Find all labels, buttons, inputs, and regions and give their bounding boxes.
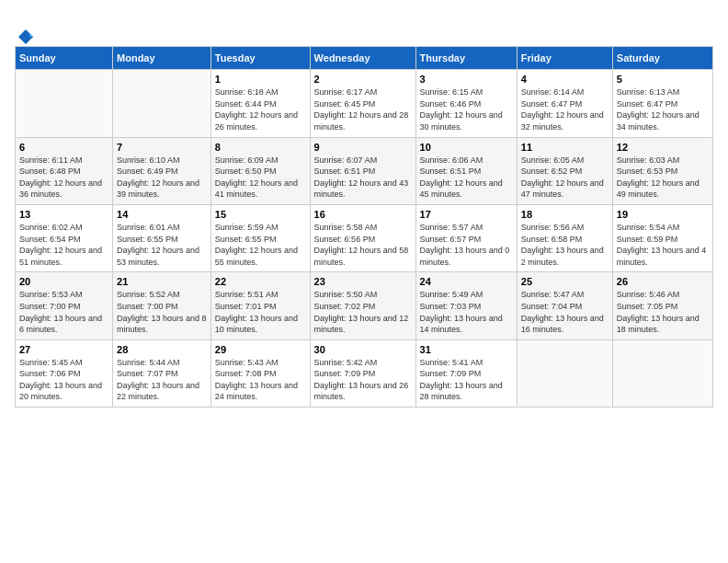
- calendar-cell: 13Sunrise: 6:02 AMSunset: 6:54 PMDayligh…: [16, 204, 113, 271]
- day-info: Sunrise: 6:10 AMSunset: 6:49 PMDaylight:…: [117, 155, 207, 201]
- day-number: 21: [117, 276, 207, 287]
- day-info: Sunrise: 5:45 AMSunset: 7:06 PMDaylight:…: [19, 357, 108, 403]
- day-info: Sunrise: 5:59 AMSunset: 6:55 PMDaylight:…: [215, 222, 306, 268]
- day-info: Sunrise: 6:03 AMSunset: 6:53 PMDaylight:…: [617, 155, 709, 201]
- day-info: Sunrise: 6:13 AMSunset: 6:47 PMDaylight:…: [617, 86, 709, 132]
- day-info: Sunrise: 5:47 AMSunset: 7:04 PMDaylight:…: [521, 289, 609, 335]
- day-number: 27: [19, 344, 108, 355]
- day-info: Sunrise: 5:41 AMSunset: 7:09 PMDaylight:…: [420, 357, 513, 403]
- day-info: Sunrise: 6:15 AMSunset: 6:46 PMDaylight:…: [420, 86, 513, 132]
- day-number: 6: [19, 142, 108, 153]
- day-number: 13: [19, 209, 108, 220]
- day-info: Sunrise: 5:44 AMSunset: 7:07 PMDaylight:…: [117, 357, 207, 403]
- calendar-cell: 11Sunrise: 6:05 AMSunset: 6:52 PMDayligh…: [517, 137, 612, 204]
- day-number: 3: [420, 74, 513, 85]
- day-number: 5: [617, 74, 709, 85]
- day-number: 7: [117, 142, 207, 153]
- calendar-cell: [612, 339, 712, 407]
- page-header: [15, 22, 713, 46]
- weekday-header-tuesday: Tuesday: [210, 47, 310, 70]
- calendar-cell: 30Sunrise: 5:42 AMSunset: 7:09 PMDayligh…: [310, 339, 415, 407]
- day-info: Sunrise: 6:05 AMSunset: 6:52 PMDaylight:…: [521, 155, 609, 201]
- day-number: 9: [314, 142, 412, 153]
- day-info: Sunrise: 5:50 AMSunset: 7:02 PMDaylight:…: [314, 289, 412, 335]
- calendar-cell: 31Sunrise: 5:41 AMSunset: 7:09 PMDayligh…: [415, 339, 517, 407]
- day-number: 11: [521, 142, 609, 153]
- calendar-week-row: 27Sunrise: 5:45 AMSunset: 7:06 PMDayligh…: [16, 339, 713, 407]
- weekday-header-monday: Monday: [113, 47, 211, 70]
- calendar-cell: 14Sunrise: 6:01 AMSunset: 6:55 PMDayligh…: [113, 204, 211, 271]
- calendar-cell: 2Sunrise: 6:17 AMSunset: 6:45 PMDaylight…: [310, 70, 415, 137]
- day-number: 2: [314, 74, 412, 85]
- logo: [15, 26, 35, 46]
- day-number: 23: [314, 276, 412, 287]
- day-number: 17: [420, 209, 513, 220]
- calendar-cell: 6Sunrise: 6:11 AMSunset: 6:48 PMDaylight…: [16, 137, 113, 204]
- day-number: 1: [215, 74, 306, 85]
- calendar-cell: 4Sunrise: 6:14 AMSunset: 6:47 PMDaylight…: [517, 70, 612, 137]
- weekday-header-friday: Friday: [517, 47, 612, 70]
- day-number: 31: [420, 344, 513, 355]
- day-number: 30: [314, 344, 412, 355]
- day-info: Sunrise: 6:02 AMSunset: 6:54 PMDaylight:…: [19, 222, 108, 268]
- calendar-cell: 15Sunrise: 5:59 AMSunset: 6:55 PMDayligh…: [210, 204, 310, 271]
- calendar-cell: 17Sunrise: 5:57 AMSunset: 6:57 PMDayligh…: [415, 204, 517, 271]
- day-info: Sunrise: 5:51 AMSunset: 7:01 PMDaylight:…: [215, 289, 306, 335]
- calendar-cell: 7Sunrise: 6:10 AMSunset: 6:49 PMDaylight…: [113, 137, 211, 204]
- calendar-cell: 16Sunrise: 5:58 AMSunset: 6:56 PMDayligh…: [310, 204, 415, 271]
- calendar-cell: 19Sunrise: 5:54 AMSunset: 6:59 PMDayligh…: [612, 204, 712, 271]
- day-info: Sunrise: 6:11 AMSunset: 6:48 PMDaylight:…: [19, 155, 108, 201]
- day-number: 19: [617, 209, 709, 220]
- day-number: 15: [215, 209, 306, 220]
- calendar-cell: 28Sunrise: 5:44 AMSunset: 7:07 PMDayligh…: [113, 339, 211, 407]
- calendar-cell: 9Sunrise: 6:07 AMSunset: 6:51 PMDaylight…: [310, 137, 415, 204]
- day-number: 4: [521, 74, 609, 85]
- calendar-cell: 5Sunrise: 6:13 AMSunset: 6:47 PMDaylight…: [612, 70, 712, 137]
- calendar-cell: 10Sunrise: 6:06 AMSunset: 6:51 PMDayligh…: [415, 137, 517, 204]
- calendar-cell: 8Sunrise: 6:09 AMSunset: 6:50 PMDaylight…: [210, 137, 310, 204]
- calendar-cell: 27Sunrise: 5:45 AMSunset: 7:06 PMDayligh…: [16, 339, 113, 407]
- day-info: Sunrise: 6:17 AMSunset: 6:45 PMDaylight:…: [314, 86, 412, 132]
- calendar-cell: 22Sunrise: 5:51 AMSunset: 7:01 PMDayligh…: [210, 272, 310, 339]
- day-info: Sunrise: 6:07 AMSunset: 6:51 PMDaylight:…: [314, 155, 412, 201]
- day-number: 16: [314, 209, 412, 220]
- calendar-table: SundayMondayTuesdayWednesdayThursdayFrid…: [15, 46, 713, 408]
- day-info: Sunrise: 5:54 AMSunset: 6:59 PMDaylight:…: [617, 222, 709, 268]
- day-number: 25: [521, 276, 609, 287]
- day-info: Sunrise: 5:42 AMSunset: 7:09 PMDaylight:…: [314, 357, 412, 403]
- day-info: Sunrise: 5:46 AMSunset: 7:05 PMDaylight:…: [617, 289, 709, 335]
- weekday-header-saturday: Saturday: [612, 47, 712, 70]
- day-info: Sunrise: 5:57 AMSunset: 6:57 PMDaylight:…: [420, 222, 513, 268]
- day-info: Sunrise: 6:14 AMSunset: 6:47 PMDaylight:…: [521, 86, 609, 132]
- calendar-cell: [16, 70, 113, 137]
- day-number: 24: [420, 276, 513, 287]
- calendar-cell: 29Sunrise: 5:43 AMSunset: 7:08 PMDayligh…: [210, 339, 310, 407]
- calendar-cell: 3Sunrise: 6:15 AMSunset: 6:46 PMDaylight…: [415, 70, 517, 137]
- calendar-cell: 23Sunrise: 5:50 AMSunset: 7:02 PMDayligh…: [310, 272, 415, 339]
- calendar-cell: 25Sunrise: 5:47 AMSunset: 7:04 PMDayligh…: [517, 272, 612, 339]
- day-info: Sunrise: 5:58 AMSunset: 6:56 PMDaylight:…: [314, 222, 412, 268]
- weekday-header-wednesday: Wednesday: [310, 47, 415, 70]
- day-number: 10: [420, 142, 513, 153]
- day-info: Sunrise: 5:49 AMSunset: 7:03 PMDaylight:…: [420, 289, 513, 335]
- calendar-week-row: 1Sunrise: 6:18 AMSunset: 6:44 PMDaylight…: [16, 70, 713, 137]
- day-info: Sunrise: 5:53 AMSunset: 7:00 PMDaylight:…: [19, 289, 108, 335]
- day-number: 29: [215, 344, 306, 355]
- day-number: 12: [617, 142, 709, 153]
- day-number: 8: [215, 142, 306, 153]
- calendar-week-row: 20Sunrise: 5:53 AMSunset: 7:00 PMDayligh…: [16, 272, 713, 339]
- calendar-cell: [517, 339, 612, 407]
- day-info: Sunrise: 6:01 AMSunset: 6:55 PMDaylight:…: [117, 222, 207, 268]
- weekday-header-thursday: Thursday: [415, 47, 517, 70]
- calendar-week-row: 13Sunrise: 6:02 AMSunset: 6:54 PMDayligh…: [16, 204, 713, 271]
- logo-general: [15, 24, 35, 47]
- day-info: Sunrise: 6:06 AMSunset: 6:51 PMDaylight:…: [420, 155, 513, 201]
- weekday-header-sunday: Sunday: [16, 47, 113, 70]
- calendar-cell: 24Sunrise: 5:49 AMSunset: 7:03 PMDayligh…: [415, 272, 517, 339]
- calendar-cell: 21Sunrise: 5:52 AMSunset: 7:00 PMDayligh…: [113, 272, 211, 339]
- day-number: 14: [117, 209, 207, 220]
- calendar-week-row: 6Sunrise: 6:11 AMSunset: 6:48 PMDaylight…: [16, 137, 713, 204]
- calendar-cell: 1Sunrise: 6:18 AMSunset: 6:44 PMDaylight…: [210, 70, 310, 137]
- day-number: 26: [617, 276, 709, 287]
- calendar-cell: 20Sunrise: 5:53 AMSunset: 7:00 PMDayligh…: [16, 272, 113, 339]
